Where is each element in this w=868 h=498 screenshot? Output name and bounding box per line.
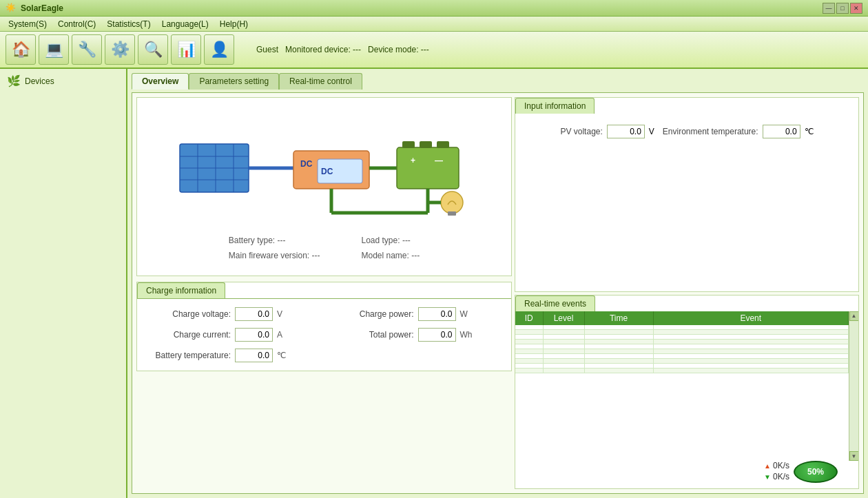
battery-temp-input[interactable] bbox=[235, 349, 273, 362]
col-event: Event bbox=[653, 311, 849, 325]
col-time: Time bbox=[584, 311, 653, 325]
charge-voltage-input[interactable] bbox=[235, 307, 273, 321]
device-info: Battery type: --- Main fireware version:… bbox=[229, 236, 420, 260]
table-row bbox=[515, 344, 849, 349]
svg-rect-23 bbox=[448, 211, 456, 216]
svg-rect-13 bbox=[397, 147, 459, 189]
charge-power-row: Charge power: W bbox=[331, 307, 501, 321]
tab-overview[interactable]: Overview bbox=[132, 73, 189, 90]
minimize-button[interactable]: — bbox=[823, 3, 835, 14]
user-button[interactable]: 👤 bbox=[204, 34, 234, 65]
svg-text:—: — bbox=[435, 156, 443, 165]
firmware-label: Main fireware version: --- bbox=[229, 251, 320, 260]
charge-voltage-row: Charge voltage: V bbox=[148, 307, 318, 321]
menu-system[interactable]: System(S) bbox=[3, 18, 52, 30]
total-power-input[interactable] bbox=[418, 328, 456, 342]
charge-current-unit: A bbox=[277, 330, 291, 340]
window-controls: — □ ✕ bbox=[823, 3, 862, 14]
scrollbar[interactable]: ▲ ▼ bbox=[849, 311, 858, 461]
table-row bbox=[515, 329, 849, 334]
battery-temp-unit: ℃ bbox=[277, 351, 291, 360]
charge-voltage-unit: V bbox=[277, 309, 291, 319]
events-container: ID Level Time Event bbox=[515, 311, 858, 461]
events-tab[interactable]: Real-time events bbox=[515, 295, 595, 311]
menu-statistics[interactable]: Statistics(T) bbox=[101, 18, 156, 30]
table-row bbox=[515, 358, 849, 363]
upload-speed: 0K/s bbox=[773, 461, 789, 470]
tools-button[interactable]: 🔧 bbox=[72, 34, 102, 65]
total-power-row: Total power: Wh bbox=[331, 328, 501, 342]
scroll-up-btn[interactable]: ▲ bbox=[849, 311, 859, 321]
scroll-down-btn[interactable]: ▼ bbox=[849, 451, 859, 461]
battery-temp-row: Battery temperature: ℃ bbox=[148, 349, 318, 362]
network-stats: ▲ 0K/s ▼ 0K/s bbox=[764, 461, 789, 481]
content-area: Overview Parameters setting Real-time co… bbox=[127, 69, 868, 498]
pv-voltage-row: PV voltage: V Environment temperature: ℃ bbox=[560, 125, 813, 138]
sidebar: 🌿 Devices bbox=[0, 69, 127, 498]
system-diagram: DC DC + — bbox=[173, 106, 476, 230]
env-temp-input[interactable] bbox=[763, 125, 800, 138]
tab-parameters[interactable]: Parameters setting bbox=[189, 73, 279, 90]
tab-bar: Overview Parameters setting Real-time co… bbox=[132, 73, 864, 90]
main-layout: 🌿 Devices Overview Parameters setting Re… bbox=[0, 69, 868, 498]
env-temp-unit: ℃ bbox=[805, 127, 814, 136]
battery-type-label: Battery type: --- bbox=[229, 236, 286, 245]
main-panel: DC DC + — bbox=[132, 92, 864, 494]
pv-voltage-label: PV voltage: bbox=[560, 127, 602, 136]
toolbar: 🏠 💻 🔧 ⚙️ 🔍 📊 👤 Guest Monitored device: -… bbox=[0, 32, 868, 69]
tab-realtime-control[interactable]: Real-time control bbox=[279, 73, 362, 90]
toolbar-status: Guest Monitored device: --- Device mode:… bbox=[256, 45, 429, 54]
status-area: ▲ 0K/s ▼ 0K/s 50% bbox=[515, 461, 858, 488]
monitor-button[interactable]: 💻 bbox=[39, 34, 69, 65]
menu-language[interactable]: Language(L) bbox=[156, 18, 214, 30]
charge-current-row: Charge current: A bbox=[148, 328, 318, 342]
sidebar-item-label: Devices bbox=[25, 76, 54, 86]
load-type-label: Load type: --- bbox=[362, 236, 411, 245]
sidebar-item-devices[interactable]: 🌿 Devices bbox=[3, 72, 123, 90]
table-row bbox=[515, 339, 849, 344]
table-row bbox=[515, 349, 849, 353]
diagram-area: DC DC + — bbox=[136, 97, 512, 276]
col-level: Level bbox=[543, 311, 584, 325]
right-panel: Input information PV voltage: V Environm… bbox=[515, 97, 859, 489]
app-title: SolarEagle bbox=[21, 3, 823, 13]
input-info-tab[interactable]: Input information bbox=[515, 98, 595, 114]
network-badge: 50% bbox=[794, 461, 838, 483]
events-scroll[interactable]: ID Level Time Event bbox=[515, 311, 849, 461]
total-power-unit: Wh bbox=[460, 330, 474, 340]
menu-bar: System(S) Control(C) Statistics(T) Langu… bbox=[0, 17, 868, 32]
maximize-button[interactable]: □ bbox=[836, 3, 849, 14]
input-info-panel: Input information PV voltage: V Environm… bbox=[515, 97, 859, 292]
model-name-label: Model name: --- bbox=[362, 251, 420, 260]
settings-button[interactable]: ⚙️ bbox=[105, 34, 135, 65]
title-bar: ☀️ SolarEagle — □ ✕ bbox=[0, 0, 868, 17]
upload-arrow-icon: ▲ bbox=[764, 462, 771, 470]
svg-text:+: + bbox=[411, 156, 415, 165]
svg-text:DC: DC bbox=[321, 167, 333, 176]
close-button[interactable]: ✕ bbox=[850, 3, 862, 14]
charge-current-input[interactable] bbox=[235, 328, 273, 342]
svg-point-22 bbox=[441, 191, 463, 214]
menu-help[interactable]: Help(H) bbox=[214, 18, 254, 30]
chart-button[interactable]: 📊 bbox=[171, 34, 201, 65]
pv-voltage-input[interactable] bbox=[607, 125, 645, 138]
menu-control[interactable]: Control(C) bbox=[52, 18, 101, 30]
table-row bbox=[515, 334, 849, 339]
network-percentage: 50% bbox=[807, 467, 824, 477]
charge-power-unit: W bbox=[460, 309, 474, 319]
charge-voltage-label: Charge voltage: bbox=[148, 309, 231, 319]
home-button[interactable]: 🏠 bbox=[6, 34, 36, 65]
download-speed: 0K/s bbox=[773, 472, 789, 481]
devices-icon: 🌿 bbox=[7, 74, 21, 87]
total-power-label: Total power: bbox=[331, 330, 414, 340]
table-row bbox=[515, 363, 849, 368]
charge-power-input[interactable] bbox=[418, 307, 456, 321]
search-button[interactable]: 🔍 bbox=[138, 34, 168, 65]
col-id: ID bbox=[515, 311, 543, 325]
svg-rect-17 bbox=[420, 141, 432, 148]
battery-temp-label: Battery temperature: bbox=[148, 351, 231, 360]
charge-info-tab[interactable]: Charge information bbox=[137, 282, 225, 298]
events-panel: Real-time events ID Level Time Eve bbox=[515, 295, 859, 490]
app-icon: ☀️ bbox=[6, 3, 17, 14]
download-arrow-icon: ▼ bbox=[764, 473, 771, 481]
